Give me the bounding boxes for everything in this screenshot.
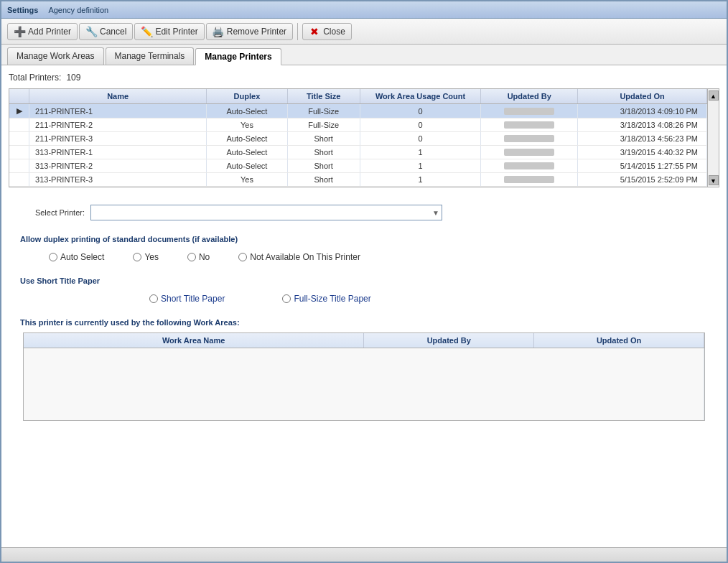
- wa-col-updatedby-header: Updated By: [364, 333, 534, 348]
- col-updatedon-header: Updated On: [578, 89, 707, 104]
- title-radio-group: Short Title Paper Full-Size Title Paper: [149, 294, 708, 304]
- add-printer-label: Add Printer: [28, 27, 71, 37]
- short-title-section: Use Short Title Paper Short Title Paper …: [20, 276, 708, 304]
- vertical-scrollbar[interactable]: ▲ ▼: [707, 89, 719, 187]
- edit-printer-button[interactable]: ✏️ Edit Printer: [134, 23, 204, 40]
- cell-updatedon: 3/18/2013 4:08:26 PM: [578, 118, 707, 132]
- total-label-text: Total Printers:: [9, 73, 61, 83]
- main-content: Total Printers: 109 Name Duplex Title Si…: [1, 65, 727, 547]
- cell-name: 211-PRINTER-1: [29, 104, 207, 118]
- cell-duplex: Yes: [207, 173, 287, 187]
- duplex-radio-group: Auto Select Yes No Not Available On This…: [49, 252, 708, 262]
- status-bar: [1, 547, 727, 562]
- printer-dropdown[interactable]: [90, 205, 442, 220]
- tab-work-areas[interactable]: Manage Work Areas: [7, 47, 104, 65]
- row-indicator: [9, 118, 29, 132]
- cell-titlesize: Short: [287, 132, 360, 146]
- duplex-not-available[interactable]: Not Available On This Printer: [238, 252, 360, 262]
- table-row[interactable]: 211-PRINTER-2 Yes Full-Size 0 3/18/2013 …: [9, 118, 707, 132]
- cell-titlesize: Short: [287, 146, 360, 159]
- edit-printer-label: Edit Printer: [155, 27, 197, 37]
- work-areas-empty-row: [24, 348, 704, 420]
- edit-icon: ✏️: [141, 26, 152, 37]
- row-indicator: ▶: [9, 104, 29, 118]
- wa-col-name-header: Work Area Name: [24, 333, 364, 348]
- duplex-yes-radio[interactable]: [133, 253, 141, 261]
- duplex-auto-radio[interactable]: [49, 253, 57, 261]
- cell-duplex: Auto-Select: [207, 146, 287, 159]
- full-paper-radio[interactable]: [282, 294, 291, 303]
- cell-usage: 0: [360, 104, 481, 118]
- cell-duplex: Auto-Select: [207, 159, 287, 173]
- cell-usage: 0: [360, 132, 481, 146]
- duplex-section: Allow duplex printing of standard docume…: [20, 235, 708, 262]
- add-printer-button[interactable]: ➕ Add Printer: [7, 23, 78, 40]
- tab-bar: Manage Work Areas Manage Terminals Manag…: [1, 45, 727, 65]
- cell-name: 211-PRINTER-2: [29, 118, 207, 132]
- cell-updatedby: [481, 173, 578, 187]
- table-row[interactable]: 313-PRINTER-1 Auto-Select Short 1 3/19/2…: [9, 146, 707, 159]
- cell-usage: 1: [360, 173, 481, 187]
- add-icon: ➕: [14, 26, 25, 37]
- cell-updatedon: 3/18/2013 4:56:23 PM: [578, 132, 707, 146]
- duplex-yes-label: Yes: [144, 252, 159, 262]
- cell-titlesize: Short: [287, 173, 360, 187]
- cell-titlesize: Full-Size: [287, 104, 360, 118]
- row-indicator: [9, 159, 29, 173]
- short-paper-label: Short Title Paper: [161, 294, 225, 304]
- cell-updatedon: 5/15/2015 2:52:09 PM: [578, 173, 707, 187]
- cell-updatedon: 5/14/2015 1:27:55 PM: [578, 159, 707, 173]
- tab-terminals[interactable]: Manage Terminals: [106, 47, 195, 65]
- cell-updatedby: [481, 104, 578, 118]
- duplex-yes[interactable]: Yes: [133, 252, 159, 262]
- remove-printer-label: Remove Printer: [227, 27, 286, 37]
- row-indicator: [9, 132, 29, 146]
- wa-col-updatedon-header: Updated On: [534, 333, 704, 348]
- scroll-up-arrow[interactable]: ▲: [709, 90, 719, 101]
- cancel-button[interactable]: 🔧 Cancel: [79, 23, 133, 40]
- cell-name: 313-PRINTER-1: [29, 146, 207, 159]
- printers-table: Name Duplex Title Size Work Area Usage C…: [9, 89, 707, 187]
- short-paper-radio[interactable]: [149, 294, 158, 303]
- table-row[interactable]: 211-PRINTER-3 Auto-Select Short 0 3/18/2…: [9, 132, 707, 146]
- cell-usage: 0: [360, 118, 481, 132]
- table-row[interactable]: ▶ 211-PRINTER-1 Auto-Select Full-Size 0 …: [9, 104, 707, 118]
- total-count: 109: [66, 73, 80, 83]
- duplex-na-label: Not Available On This Printer: [250, 252, 360, 262]
- cancel-icon: 🔧: [85, 26, 97, 37]
- close-label: Close: [323, 27, 345, 37]
- close-icon: ✖: [309, 26, 320, 37]
- cell-usage: 1: [360, 146, 481, 159]
- cell-name: 211-PRINTER-3: [29, 132, 207, 146]
- table-row[interactable]: 313-PRINTER-2 Auto-Select Short 1 5/14/2…: [9, 159, 707, 173]
- full-paper-label: Full-Size Title Paper: [294, 294, 370, 304]
- cell-updatedon: 3/19/2015 4:40:32 PM: [578, 146, 707, 159]
- remove-icon: 🖨️: [213, 26, 224, 37]
- close-button[interactable]: ✖ Close: [302, 23, 352, 40]
- duplex-na-radio[interactable]: [238, 253, 247, 261]
- col-updatedby-header: Updated By: [481, 89, 578, 104]
- work-areas-section: This printer is currently used by the fo…: [20, 318, 708, 421]
- total-printers-row: Total Printers: 109: [9, 73, 719, 83]
- cell-duplex: Auto-Select: [207, 104, 287, 118]
- duplex-auto-select[interactable]: Auto Select: [49, 252, 104, 262]
- cell-updatedby: [481, 159, 578, 173]
- table-row[interactable]: 313-PRINTER-3 Yes Short 1 5/15/2015 2:52…: [9, 173, 707, 187]
- duplex-no[interactable]: No: [187, 252, 210, 262]
- col-duplex-header: Duplex: [207, 89, 287, 104]
- col-workarea-header: Work Area Usage Count: [360, 89, 481, 104]
- tab-printers[interactable]: Manage Printers: [195, 48, 281, 65]
- remove-printer-button[interactable]: 🖨️ Remove Printer: [206, 23, 293, 40]
- work-areas-table: Work Area Name Updated By Updated On: [24, 333, 704, 420]
- cell-usage: 1: [360, 159, 481, 173]
- work-areas-heading: This printer is currently used by the fo…: [20, 318, 708, 327]
- short-title-paper[interactable]: Short Title Paper: [149, 294, 225, 304]
- select-printer-label: Select Printer:: [20, 208, 85, 217]
- full-size-paper[interactable]: Full-Size Title Paper: [282, 294, 370, 304]
- work-areas-table-container: Work Area Name Updated By Updated On: [23, 332, 705, 421]
- scroll-down-arrow[interactable]: ▼: [709, 175, 719, 185]
- cell-name: 313-PRINTER-3: [29, 173, 207, 187]
- col-titlesize-header: Title Size: [287, 89, 360, 104]
- cell-titlesize: Full-Size: [287, 118, 360, 132]
- duplex-no-radio[interactable]: [187, 253, 196, 261]
